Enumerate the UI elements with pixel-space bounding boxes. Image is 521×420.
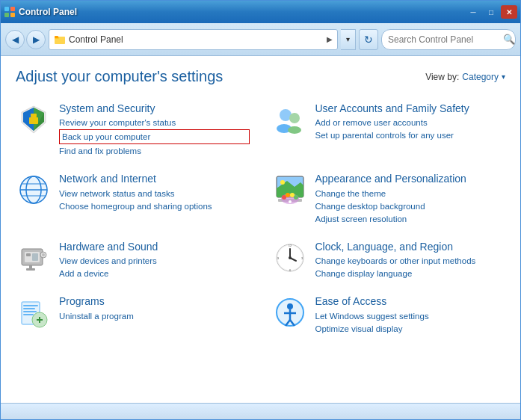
svg-rect-3 [10, 13, 15, 17]
ease-of-access-links: Let Windows suggest settings Optimize vi… [315, 310, 506, 335]
svg-rect-38 [26, 253, 31, 256]
user-accounts-icon [272, 102, 308, 138]
page-header: Adjust your computer's settings View by:… [16, 68, 505, 85]
clock-links: Change keyboards or other input methods … [315, 255, 506, 280]
network-title[interactable]: Network and Internet [59, 172, 250, 185]
main-content: Adjust your computer's settings View by:… [1, 56, 520, 403]
review-computer-status-link[interactable]: Review your computer's status [59, 117, 250, 129]
system-security-title[interactable]: System and Security [59, 102, 250, 115]
optimize-visual-link[interactable]: Optimize visual display [315, 323, 506, 335]
system-security-links: Review your computer's status Back up yo… [59, 117, 250, 157]
programs-title[interactable]: Programs [59, 294, 250, 308]
title-bar-text: Control Panel [19, 7, 77, 17]
category-clock: 12 3 6 9 Clock, Language, and Region Cha… [272, 235, 506, 284]
svg-rect-56 [23, 311, 37, 312]
view-by-dropdown-icon[interactable]: ▾ [502, 72, 505, 81]
homegroup-sharing-link[interactable]: Choose homegroup and sharing options [59, 200, 250, 212]
appearance-icon [272, 172, 308, 208]
view-network-status-link[interactable]: View network status and tasks [59, 188, 250, 200]
parental-controls-link[interactable]: Set up parental controls for any user [315, 129, 506, 141]
svg-rect-55 [23, 308, 35, 309]
appearance-title[interactable]: Appearance and Personalization [315, 172, 506, 185]
clock-icon: 12 3 6 9 [272, 240, 308, 276]
folder-icon [54, 34, 66, 46]
svg-rect-2 [4, 13, 9, 17]
svg-rect-12 [31, 114, 37, 117]
search-input[interactable] [388, 34, 500, 45]
ease-of-access-icon [272, 294, 308, 330]
hardware-links: View devices and printers Add a device [59, 255, 250, 280]
user-accounts-title[interactable]: User Accounts and Family Safety [315, 102, 506, 115]
svg-rect-40 [29, 265, 32, 268]
title-bar: Control Panel ─ □ ✕ [1, 1, 520, 23]
back-up-computer-link[interactable]: Back up your computer [59, 129, 250, 144]
add-remove-accounts-link[interactable]: Add or remove user accounts [315, 117, 506, 129]
svg-point-32 [286, 193, 290, 197]
network-links: View network status and tasks Choose hom… [59, 188, 250, 212]
clock-title[interactable]: Clock, Language, and Region [315, 240, 506, 253]
title-bar-left: Control Panel [4, 6, 77, 18]
category-appearance: Appearance and Personalization Change th… [272, 167, 506, 229]
appearance-links: Change the theme Change desktop backgrou… [315, 188, 506, 225]
view-by-label: View by: [425, 72, 459, 82]
svg-rect-54 [23, 305, 38, 306]
svg-point-17 [288, 126, 301, 134]
minimize-button[interactable]: ─ [465, 5, 481, 19]
adjust-resolution-link[interactable]: Adjust screen resolution [315, 213, 506, 225]
svg-rect-1 [10, 7, 15, 11]
change-keyboards-link[interactable]: Change keyboards or other input methods [315, 255, 506, 267]
category-hardware: Hardware and Sound View devices and prin… [16, 235, 250, 284]
address-dropdown[interactable]: ▾ [341, 29, 356, 50]
categories-grid: System and Security Review your computer… [16, 97, 505, 339]
svg-point-27 [280, 180, 285, 185]
search-box[interactable]: 🔍 [381, 29, 516, 50]
uninstall-program-link[interactable]: Uninstall a program [59, 310, 250, 322]
svg-point-35 [289, 200, 292, 203]
category-network: Network and Internet View network status… [16, 167, 250, 229]
status-bar [1, 403, 520, 419]
close-button[interactable]: ✕ [501, 5, 517, 19]
network-content: Network and Internet View network status… [59, 172, 250, 211]
view-devices-link[interactable]: View devices and printers [59, 255, 250, 267]
svg-rect-41 [26, 268, 35, 271]
change-display-language-link[interactable]: Change display language [315, 268, 506, 280]
svg-point-31 [282, 195, 286, 200]
search-icon: 🔍 [503, 34, 515, 45]
view-by: View by: Category ▾ [425, 72, 505, 82]
hardware-title[interactable]: Hardware and Sound [59, 240, 250, 253]
ease-of-access-title[interactable]: Ease of Access [315, 294, 506, 308]
refresh-button[interactable]: ↻ [359, 29, 378, 50]
change-desktop-bg-link[interactable]: Change desktop background [315, 200, 506, 212]
window: Control Panel ─ □ ✕ ◀ ▶ Control Panel ▶ … [0, 0, 521, 420]
category-programs: Programs Uninstall a program [16, 290, 250, 339]
maximize-button[interactable]: □ [483, 5, 499, 19]
change-theme-link[interactable]: Change the theme [315, 188, 506, 200]
windows-suggest-settings-link[interactable]: Let Windows suggest settings [315, 310, 506, 322]
forward-button[interactable]: ▶ [26, 30, 46, 49]
programs-links: Uninstall a program [59, 310, 250, 322]
page-title: Adjust your computer's settings [16, 68, 223, 85]
svg-rect-13 [29, 117, 38, 124]
svg-text:12: 12 [288, 244, 292, 247]
svg-rect-0 [4, 7, 9, 11]
hardware-content: Hardware and Sound View devices and prin… [59, 240, 250, 280]
find-fix-problems-link[interactable]: Find and fix problems [59, 145, 250, 157]
back-button[interactable]: ◀ [5, 30, 25, 49]
svg-point-62 [287, 303, 293, 309]
view-by-value[interactable]: Category [462, 72, 499, 82]
category-ease-of-access: Ease of Access Let Windows suggest setti… [272, 290, 506, 339]
programs-icon [16, 294, 52, 330]
appearance-content: Appearance and Personalization Change th… [315, 172, 506, 224]
svg-rect-57 [23, 314, 34, 315]
add-device-link[interactable]: Add a device [59, 268, 250, 280]
address-box[interactable]: Control Panel ▶ [49, 29, 338, 50]
nav-buttons: ◀ ▶ [5, 30, 46, 49]
ease-of-access-content: Ease of Access Let Windows suggest setti… [315, 294, 506, 334]
network-icon [16, 172, 52, 208]
category-user-accounts: User Accounts and Family Safety Add or r… [272, 97, 506, 161]
user-accounts-links: Add or remove user accounts Set up paren… [315, 117, 506, 141]
control-panel-icon [4, 6, 16, 18]
clock-content: Clock, Language, and Region Change keybo… [315, 240, 506, 280]
svg-point-43 [42, 253, 45, 256]
title-bar-buttons: ─ □ ✕ [465, 5, 517, 19]
